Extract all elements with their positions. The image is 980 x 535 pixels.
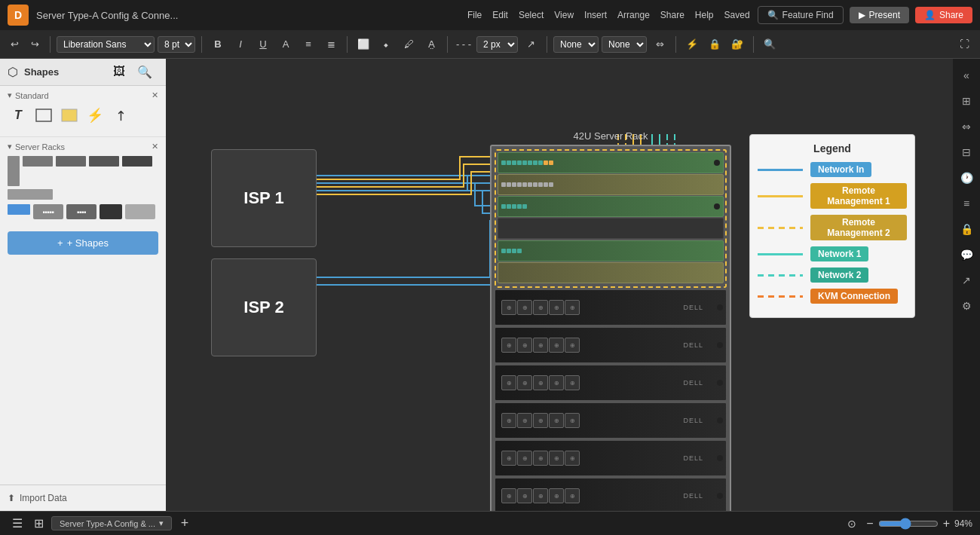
undo-button[interactable]: ↩ xyxy=(6,36,23,52)
align-center-button[interactable]: ≣ xyxy=(321,35,341,54)
svg-rect-1 xyxy=(62,109,77,121)
rack-shape-text1[interactable]: ■■■■■ xyxy=(33,204,63,219)
menu-share[interactable]: Share xyxy=(660,10,684,20)
rack-unit-switch1 xyxy=(498,152,724,173)
isp1-box[interactable]: ISP 1 xyxy=(211,149,317,247)
rack-shape-server1[interactable] xyxy=(122,156,152,167)
feature-find-button[interactable]: 🔍 Feature Find xyxy=(758,6,844,24)
canvas[interactable]: ISP 1 ISP 2 42U Server Rack xyxy=(166,59,953,511)
zoom-slider[interactable] xyxy=(878,518,939,530)
section-standard: ▾ Standard ✕ T ⚡ ↗ xyxy=(0,86,166,136)
shape-button[interactable]: ⬜ xyxy=(354,35,373,54)
rack-unit-server1: ⊕⊕ ⊕⊕ ⊕ DELL xyxy=(495,289,727,326)
right-panel-share[interactable]: ↗ xyxy=(956,270,977,291)
rack-shape-dark[interactable] xyxy=(100,204,122,219)
search-button[interactable]: 🔍 xyxy=(760,35,779,54)
rack-title: 42U Server Rack xyxy=(490,130,731,142)
italic-button[interactable]: I xyxy=(231,35,250,54)
menu-insert[interactable]: Insert xyxy=(584,10,607,20)
line-color-button[interactable]: 🖊 xyxy=(399,35,418,54)
menu-arrange[interactable]: Arrange xyxy=(617,10,650,20)
import-data[interactable]: ⬆ Import Data xyxy=(0,485,166,511)
menu-view[interactable]: View xyxy=(554,10,574,20)
rack-unit-server6: ⊕⊕ ⊕⊕ ⊕ DELL xyxy=(495,478,727,511)
page-tab-label: Server Type-A Config & ... xyxy=(60,519,155,528)
right-panel-layers[interactable]: ⊟ xyxy=(956,142,977,163)
legend-item-remote-mgmt1: Remote Management 1 xyxy=(758,183,907,209)
rack-shape-switch2[interactable] xyxy=(56,156,86,167)
right-panel-settings[interactable]: ⚙ xyxy=(956,295,977,316)
shadow-button[interactable]: A̤ xyxy=(421,35,441,54)
arrow-shape[interactable]: ↗ xyxy=(106,100,136,130)
present-button[interactable]: ▶ Present xyxy=(850,7,909,23)
rack-unit-patch2 xyxy=(498,262,724,283)
lightning-shape[interactable]: ⚡ xyxy=(84,105,106,126)
add-shapes-button[interactable]: + + Shapes xyxy=(8,231,158,255)
lightning-button[interactable]: ⚡ xyxy=(682,35,702,54)
image-icon[interactable]: 🖼 xyxy=(113,65,125,79)
standard-close[interactable]: ✕ xyxy=(152,90,158,100)
underline-button[interactable]: U xyxy=(253,35,273,54)
menu-help[interactable]: Help xyxy=(695,10,714,20)
legend-label-kvm: KVM Connection xyxy=(810,289,898,304)
isp2-box[interactable]: ISP 2 xyxy=(211,258,317,356)
rect-shape[interactable] xyxy=(33,105,54,126)
font-size-select[interactable]: 8 pt xyxy=(158,36,195,53)
rack-shape-1u[interactable] xyxy=(8,156,20,186)
lock-button[interactable]: 🔒 xyxy=(705,35,724,54)
line-width-select[interactable]: 2 px xyxy=(476,36,518,53)
menu-file[interactable]: File xyxy=(467,10,482,20)
font-family-select[interactable]: Liberation Sans xyxy=(57,36,155,53)
legend-panel: Legend Network In Remote Management 1 Re… xyxy=(749,134,915,318)
page-tab[interactable]: Server Type-A Config & ... ▾ xyxy=(51,516,172,530)
connection-style-select[interactable]: None xyxy=(553,36,599,53)
right-panel-stack[interactable]: ≡ xyxy=(956,193,977,214)
right-panel-resize[interactable]: ⇔ xyxy=(956,116,977,137)
rack-shape-switch3[interactable] xyxy=(89,156,119,167)
server-rack-container: 42U Server Rack xyxy=(490,130,731,511)
align-left-button[interactable]: ≡ xyxy=(299,35,318,54)
legend-line-blue xyxy=(758,169,803,171)
server-racks-label: Server Racks xyxy=(15,142,65,151)
list-view-button[interactable]: ☰ xyxy=(8,514,27,533)
right-panel-comment[interactable]: 💬 xyxy=(956,244,977,265)
zoom-percent: 94% xyxy=(954,518,972,529)
server-racks-chevron: ▾ xyxy=(8,142,12,151)
arrow-button[interactable]: ↗ xyxy=(521,35,541,54)
zoom-in-button[interactable]: + xyxy=(943,517,950,530)
bold-button[interactable]: B xyxy=(208,35,228,54)
flip-button[interactable]: ⇔ xyxy=(650,35,669,54)
right-panel-format[interactable]: ⊞ xyxy=(956,90,977,112)
standard-chevron: ▾ xyxy=(8,90,12,100)
add-page-button[interactable]: + xyxy=(175,514,194,533)
grid-view-button[interactable]: ⊞ xyxy=(29,514,48,533)
zoom-out-button[interactable]: − xyxy=(866,517,873,530)
rack-shape-blue[interactable] xyxy=(8,204,30,215)
fill-button[interactable]: ⬥ xyxy=(376,35,396,54)
rack-shape-text2[interactable]: ■■■■ xyxy=(66,204,96,219)
text-shape[interactable]: T xyxy=(8,105,29,126)
right-panel-history[interactable]: 🕐 xyxy=(956,167,977,188)
page-tab-chevron: ▾ xyxy=(159,518,164,528)
server-racks-close[interactable]: ✕ xyxy=(152,142,158,151)
waypoint-style-select[interactable]: None xyxy=(602,36,647,53)
right-panel-chevron-left[interactable]: « xyxy=(956,65,977,86)
share-button[interactable]: 👤 Share xyxy=(915,7,972,23)
rack-shape-large[interactable] xyxy=(8,189,53,200)
fullscreen-button[interactable]: ⛶ xyxy=(954,35,974,54)
redo-button[interactable]: ↪ xyxy=(26,36,44,52)
rack-unit-server5: ⊕⊕ ⊕⊕ ⊕ DELL xyxy=(495,440,727,476)
right-panel-lock[interactable]: 🔒 xyxy=(956,219,977,240)
legend-item-network2: Network 2 xyxy=(758,268,907,283)
menu-select[interactable]: Select xyxy=(519,10,544,20)
rack-shape-medium[interactable] xyxy=(125,204,155,219)
zoom-fit-button[interactable]: ⊙ xyxy=(842,514,862,533)
diagram: ISP 1 ISP 2 42U Server Rack xyxy=(166,59,953,511)
yellow-rect-shape[interactable] xyxy=(59,105,80,126)
line-style-button[interactable]: - - - xyxy=(454,35,473,54)
rack-shape-switch1[interactable] xyxy=(23,156,53,167)
menu-edit[interactable]: Edit xyxy=(492,10,508,20)
lock2-button[interactable]: 🔐 xyxy=(727,35,747,54)
font-color-button[interactable]: A xyxy=(276,35,296,54)
search-shapes-icon[interactable]: 🔍 xyxy=(137,65,152,79)
